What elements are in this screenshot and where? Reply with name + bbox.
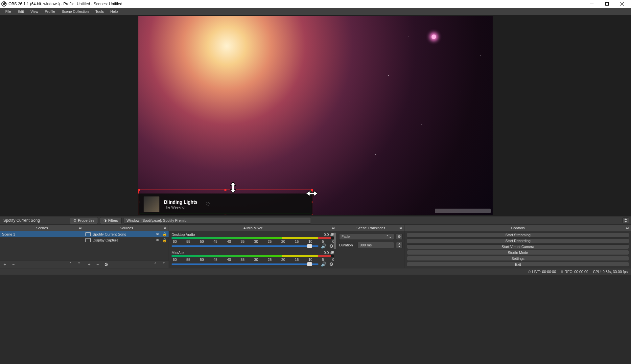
- menu-tools[interactable]: Tools: [92, 8, 107, 15]
- window-combo-spin[interactable]: [622, 217, 629, 223]
- popout-icon[interactable]: ⧉: [78, 226, 82, 230]
- visibility-toggle-icon[interactable]: 👁: [155, 232, 160, 236]
- selected-source-label: Spotify Current Song: [2, 218, 68, 223]
- slider-thumb[interactable]: [307, 262, 312, 266]
- transitions-header[interactable]: Scene Transitions ⧉: [337, 225, 405, 231]
- settings-button[interactable]: Settings: [407, 256, 629, 261]
- mute-button[interactable]: 🔊: [320, 243, 326, 249]
- scene-down-button[interactable]: ˅: [76, 262, 82, 267]
- slider-thumb[interactable]: [307, 244, 312, 248]
- source-item[interactable]: Spotify Current Song 👁 🔓: [84, 231, 169, 237]
- lock-toggle-icon[interactable]: 🔓: [162, 232, 167, 237]
- close-button[interactable]: [615, 0, 630, 8]
- source-info-bar: Spotify Current Song ⚙ Properties ◑ Filt…: [0, 216, 631, 225]
- preview-taskbar-blur: [435, 209, 491, 213]
- chevron-updown-icon: ⌃⌄: [386, 235, 392, 239]
- start-virtual-camera-button[interactable]: Start Virtual Camera: [407, 244, 629, 249]
- menu-help[interactable]: Help: [107, 8, 121, 15]
- controls-header[interactable]: Controls ⧉: [405, 225, 631, 231]
- remove-source-button[interactable]: －: [95, 262, 101, 267]
- exit-button[interactable]: Exit: [407, 262, 629, 267]
- popout-icon[interactable]: ⧉: [625, 226, 630, 230]
- filters-button[interactable]: ◑ Filters: [100, 217, 122, 224]
- popout-icon[interactable]: ⧉: [399, 226, 403, 230]
- source-up-button[interactable]: ˄: [152, 262, 158, 267]
- controls-body: Start Streaming Start Recording Start Vi…: [405, 231, 631, 268]
- mixer-ticks: -60-55-50-45-40-35-30-25-20-15-10-50: [172, 258, 334, 261]
- sources-list[interactable]: Spotify Current Song 👁 🔓 Display Capture…: [84, 231, 169, 260]
- mute-button[interactable]: 🔊: [320, 262, 326, 267]
- scene-item[interactable]: Scene 1: [0, 231, 84, 237]
- scene-up-button[interactable]: ˄: [67, 262, 73, 267]
- menu-view[interactable]: View: [27, 8, 42, 15]
- duration-spin-buttons[interactable]: [396, 242, 403, 248]
- song-artist: The Weeknd: [164, 205, 198, 209]
- minimize-button[interactable]: [584, 0, 599, 8]
- transitions-dock: Scene Transitions ⧉ Fade ⌃⌄ ⚙ Duration 3…: [337, 225, 405, 268]
- mixer-ticks: -60-55-50-45-40-35-30-25-20-15-10-50: [172, 239, 334, 243]
- live-status: LIVE: 00:00:00: [528, 270, 556, 274]
- mixer-volume-row: 🔊 ⚙: [172, 243, 334, 249]
- menu-file[interactable]: File: [2, 8, 14, 15]
- transition-select[interactable]: Fade ⌃⌄: [339, 233, 394, 240]
- menu-profile[interactable]: Profile: [41, 8, 58, 15]
- popout-icon[interactable]: ⧉: [331, 226, 336, 230]
- duration-label: Duration: [339, 243, 356, 247]
- transitions-body: Fade ⌃⌄ ⚙ Duration 300 ms: [337, 231, 405, 268]
- audio-meter: [172, 255, 334, 257]
- docks-row: Scenes ⧉ Scene 1 ＋ － ˄ ˅ Sources ⧉ Spoti…: [0, 225, 631, 268]
- scenes-header[interactable]: Scenes ⧉: [0, 225, 84, 231]
- menu-edit[interactable]: Edit: [14, 8, 27, 15]
- visibility-toggle-icon[interactable]: 👁: [155, 238, 160, 242]
- window-combo-label: Window: [127, 218, 139, 222]
- source-properties-button[interactable]: ⚙: [103, 262, 109, 267]
- live-indicator-icon: [528, 270, 531, 273]
- filters-icon: ◑: [104, 218, 107, 223]
- cpu-status: CPU: 0.3%, 30.00 fps: [593, 270, 628, 274]
- properties-button[interactable]: ⚙ Properties: [70, 217, 98, 224]
- sources-toolbar: ＋ － ⚙ ˄ ˅: [84, 260, 169, 268]
- duration-spinbox[interactable]: 300 ms: [358, 242, 394, 248]
- mixer-header[interactable]: Audio Mixer ⧉: [169, 225, 337, 231]
- maximize-button[interactable]: [599, 0, 615, 8]
- scenes-toolbar: ＋ － ˄ ˅: [0, 260, 84, 268]
- start-recording-button[interactable]: Start Recording: [407, 239, 629, 243]
- mixer-channel-header: Mic/Aux0.0 dB: [172, 251, 334, 255]
- source-item[interactable]: Display Capture 👁 🔓: [84, 237, 169, 243]
- transition-properties-button[interactable]: ⚙: [396, 233, 403, 240]
- popout-icon[interactable]: ⧉: [163, 226, 167, 230]
- window-title: OBS 26.1.1 (64-bit, windows) - Profile: …: [9, 2, 122, 6]
- album-art: [144, 196, 159, 212]
- remove-scene-button[interactable]: －: [11, 262, 16, 267]
- heart-icon: ♡: [205, 201, 210, 208]
- controls-dock: Controls ⧉ Start Streaming Start Recordi…: [405, 225, 631, 268]
- menubar: File Edit View Profile Scene Collection …: [0, 8, 631, 15]
- sources-header[interactable]: Sources ⧉: [84, 225, 169, 231]
- source-down-button[interactable]: ˅: [161, 262, 167, 267]
- scrollbar-thumb[interactable]: [334, 233, 336, 249]
- window-capture-icon: [85, 232, 91, 236]
- volume-slider[interactable]: [172, 245, 318, 247]
- add-source-button[interactable]: ＋: [86, 262, 92, 267]
- scenes-list[interactable]: Scene 1: [0, 231, 84, 260]
- add-scene-button[interactable]: ＋: [2, 262, 8, 267]
- preview-canvas[interactable]: Blinding Lights The Weeknd ♡: [138, 16, 493, 215]
- display-capture-icon: [85, 238, 91, 242]
- lock-toggle-icon[interactable]: 🔓: [162, 238, 167, 242]
- titlebar: OBS 26.1.1 (64-bit, windows) - Profile: …: [0, 0, 631, 8]
- studio-mode-button[interactable]: Studio Mode: [407, 250, 629, 255]
- spotify-overlay[interactable]: Blinding Lights The Weeknd ♡: [138, 193, 313, 215]
- rec-indicator-icon: [561, 270, 563, 273]
- audio-meter: [172, 237, 334, 239]
- window-combo[interactable]: Window [Spotify.exe]: Spotify Premium: [124, 217, 311, 224]
- volume-slider[interactable]: [172, 263, 318, 265]
- menu-scene-collection[interactable]: Scene Collection: [58, 8, 92, 15]
- mixer-body: Desktop Audio0.0 dB -60-55-50-45-40-35-3…: [169, 231, 337, 268]
- song-info: Blinding Lights The Weeknd: [164, 199, 198, 209]
- start-streaming-button[interactable]: Start Streaming: [407, 233, 629, 238]
- channel-settings-button[interactable]: ⚙: [328, 262, 334, 267]
- scenes-dock: Scenes ⧉ Scene 1 ＋ － ˄ ˅: [0, 225, 84, 268]
- mixer-channel-header: Desktop Audio0.0 dB: [172, 233, 334, 237]
- mixer-volume-row: 🔊 ⚙: [172, 262, 334, 267]
- preview-area: Blinding Lights The Weeknd ♡: [0, 15, 631, 216]
